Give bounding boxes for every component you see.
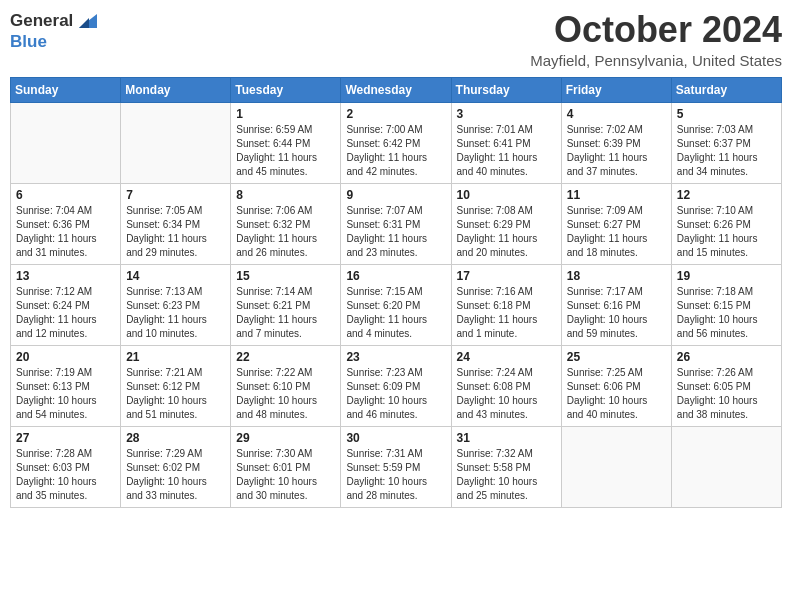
sunset-text: Sunset: 6:42 PM — [346, 137, 445, 151]
day-info: Sunrise: 7:06 AMSunset: 6:32 PMDaylight:… — [236, 204, 335, 260]
day-info: Sunrise: 7:09 AMSunset: 6:27 PMDaylight:… — [567, 204, 666, 260]
day-cell: 20Sunrise: 7:19 AMSunset: 6:13 PMDayligh… — [11, 345, 121, 426]
day-info: Sunrise: 7:23 AMSunset: 6:09 PMDaylight:… — [346, 366, 445, 422]
daylight-text: Daylight: 11 hours and 1 minute. — [457, 313, 556, 341]
day-number: 5 — [677, 107, 776, 121]
daylight-text: Daylight: 10 hours and 59 minutes. — [567, 313, 666, 341]
day-cell: 21Sunrise: 7:21 AMSunset: 6:12 PMDayligh… — [121, 345, 231, 426]
sunrise-text: Sunrise: 7:09 AM — [567, 204, 666, 218]
sunset-text: Sunset: 6:09 PM — [346, 380, 445, 394]
day-cell: 9Sunrise: 7:07 AMSunset: 6:31 PMDaylight… — [341, 183, 451, 264]
day-cell: 16Sunrise: 7:15 AMSunset: 6:20 PMDayligh… — [341, 264, 451, 345]
sunrise-text: Sunrise: 7:07 AM — [346, 204, 445, 218]
day-cell: 28Sunrise: 7:29 AMSunset: 6:02 PMDayligh… — [121, 426, 231, 507]
day-number: 7 — [126, 188, 225, 202]
day-info: Sunrise: 7:22 AMSunset: 6:10 PMDaylight:… — [236, 366, 335, 422]
day-number: 31 — [457, 431, 556, 445]
sunrise-text: Sunrise: 7:10 AM — [677, 204, 776, 218]
sunset-text: Sunset: 6:20 PM — [346, 299, 445, 313]
day-info: Sunrise: 6:59 AMSunset: 6:44 PMDaylight:… — [236, 123, 335, 179]
day-info: Sunrise: 7:14 AMSunset: 6:21 PMDaylight:… — [236, 285, 335, 341]
day-cell — [561, 426, 671, 507]
sunset-text: Sunset: 6:27 PM — [567, 218, 666, 232]
daylight-text: Daylight: 11 hours and 18 minutes. — [567, 232, 666, 260]
day-number: 25 — [567, 350, 666, 364]
day-cell: 5Sunrise: 7:03 AMSunset: 6:37 PMDaylight… — [671, 102, 781, 183]
daylight-text: Daylight: 11 hours and 23 minutes. — [346, 232, 445, 260]
day-number: 9 — [346, 188, 445, 202]
day-cell: 6Sunrise: 7:04 AMSunset: 6:36 PMDaylight… — [11, 183, 121, 264]
sunset-text: Sunset: 6:21 PM — [236, 299, 335, 313]
daylight-text: Daylight: 10 hours and 33 minutes. — [126, 475, 225, 503]
day-cell: 31Sunrise: 7:32 AMSunset: 5:58 PMDayligh… — [451, 426, 561, 507]
daylight-text: Daylight: 11 hours and 45 minutes. — [236, 151, 335, 179]
sunset-text: Sunset: 6:05 PM — [677, 380, 776, 394]
daylight-text: Daylight: 11 hours and 15 minutes. — [677, 232, 776, 260]
sunset-text: Sunset: 6:08 PM — [457, 380, 556, 394]
sunset-text: Sunset: 6:15 PM — [677, 299, 776, 313]
sunset-text: Sunset: 6:37 PM — [677, 137, 776, 151]
sunset-text: Sunset: 6:16 PM — [567, 299, 666, 313]
daylight-text: Daylight: 11 hours and 31 minutes. — [16, 232, 115, 260]
day-number: 27 — [16, 431, 115, 445]
sunrise-text: Sunrise: 7:15 AM — [346, 285, 445, 299]
day-cell: 3Sunrise: 7:01 AMSunset: 6:41 PMDaylight… — [451, 102, 561, 183]
day-cell: 8Sunrise: 7:06 AMSunset: 6:32 PMDaylight… — [231, 183, 341, 264]
sunset-text: Sunset: 6:02 PM — [126, 461, 225, 475]
daylight-text: Daylight: 10 hours and 51 minutes. — [126, 394, 225, 422]
day-cell: 7Sunrise: 7:05 AMSunset: 6:34 PMDaylight… — [121, 183, 231, 264]
day-number: 12 — [677, 188, 776, 202]
sunrise-text: Sunrise: 7:30 AM — [236, 447, 335, 461]
day-info: Sunrise: 7:05 AMSunset: 6:34 PMDaylight:… — [126, 204, 225, 260]
weekday-header-sunday: Sunday — [11, 77, 121, 102]
day-info: Sunrise: 7:03 AMSunset: 6:37 PMDaylight:… — [677, 123, 776, 179]
sunrise-text: Sunrise: 7:29 AM — [126, 447, 225, 461]
sunset-text: Sunset: 6:06 PM — [567, 380, 666, 394]
sunset-text: Sunset: 6:03 PM — [16, 461, 115, 475]
sunset-text: Sunset: 6:12 PM — [126, 380, 225, 394]
day-number: 4 — [567, 107, 666, 121]
day-cell: 11Sunrise: 7:09 AMSunset: 6:27 PMDayligh… — [561, 183, 671, 264]
sunrise-text: Sunrise: 7:03 AM — [677, 123, 776, 137]
sunrise-text: Sunrise: 7:19 AM — [16, 366, 115, 380]
day-number: 3 — [457, 107, 556, 121]
daylight-text: Daylight: 10 hours and 43 minutes. — [457, 394, 556, 422]
daylight-text: Daylight: 11 hours and 37 minutes. — [567, 151, 666, 179]
month-title: October 2024 — [530, 10, 782, 50]
svg-marker-1 — [79, 18, 89, 28]
day-number: 30 — [346, 431, 445, 445]
day-info: Sunrise: 7:02 AMSunset: 6:39 PMDaylight:… — [567, 123, 666, 179]
day-cell: 19Sunrise: 7:18 AMSunset: 6:15 PMDayligh… — [671, 264, 781, 345]
day-info: Sunrise: 7:01 AMSunset: 6:41 PMDaylight:… — [457, 123, 556, 179]
daylight-text: Daylight: 10 hours and 25 minutes. — [457, 475, 556, 503]
day-cell: 1Sunrise: 6:59 AMSunset: 6:44 PMDaylight… — [231, 102, 341, 183]
sunrise-text: Sunrise: 7:13 AM — [126, 285, 225, 299]
day-cell: 14Sunrise: 7:13 AMSunset: 6:23 PMDayligh… — [121, 264, 231, 345]
sunrise-text: Sunrise: 7:18 AM — [677, 285, 776, 299]
day-number: 21 — [126, 350, 225, 364]
sunset-text: Sunset: 6:39 PM — [567, 137, 666, 151]
day-number: 15 — [236, 269, 335, 283]
sunset-text: Sunset: 6:29 PM — [457, 218, 556, 232]
day-cell: 23Sunrise: 7:23 AMSunset: 6:09 PMDayligh… — [341, 345, 451, 426]
daylight-text: Daylight: 10 hours and 28 minutes. — [346, 475, 445, 503]
daylight-text: Daylight: 10 hours and 54 minutes. — [16, 394, 115, 422]
week-row-1: 1Sunrise: 6:59 AMSunset: 6:44 PMDaylight… — [11, 102, 782, 183]
day-info: Sunrise: 7:32 AMSunset: 5:58 PMDaylight:… — [457, 447, 556, 503]
day-info: Sunrise: 7:10 AMSunset: 6:26 PMDaylight:… — [677, 204, 776, 260]
day-number: 17 — [457, 269, 556, 283]
sunrise-text: Sunrise: 7:22 AM — [236, 366, 335, 380]
day-number: 18 — [567, 269, 666, 283]
day-cell: 30Sunrise: 7:31 AMSunset: 5:59 PMDayligh… — [341, 426, 451, 507]
sunrise-text: Sunrise: 7:28 AM — [16, 447, 115, 461]
week-row-4: 20Sunrise: 7:19 AMSunset: 6:13 PMDayligh… — [11, 345, 782, 426]
sunrise-text: Sunrise: 7:04 AM — [16, 204, 115, 218]
sunset-text: Sunset: 5:59 PM — [346, 461, 445, 475]
sunset-text: Sunset: 6:01 PM — [236, 461, 335, 475]
location: Mayfield, Pennsylvania, United States — [530, 52, 782, 69]
day-number: 13 — [16, 269, 115, 283]
sunset-text: Sunset: 6:18 PM — [457, 299, 556, 313]
sunrise-text: Sunrise: 7:24 AM — [457, 366, 556, 380]
day-info: Sunrise: 7:12 AMSunset: 6:24 PMDaylight:… — [16, 285, 115, 341]
day-cell: 27Sunrise: 7:28 AMSunset: 6:03 PMDayligh… — [11, 426, 121, 507]
